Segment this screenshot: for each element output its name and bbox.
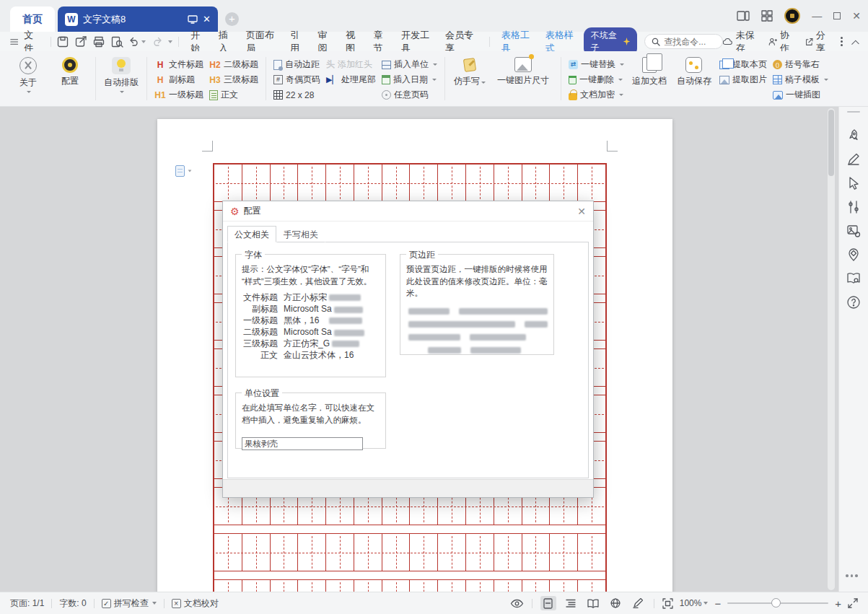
tab-official-doc[interactable]: 公文相关: [227, 226, 276, 242]
h1-style-button[interactable]: H1一级标题: [152, 88, 206, 102]
search-input[interactable]: [664, 37, 716, 47]
about-button[interactable]: 关于: [7, 55, 49, 93]
h2-style-button[interactable]: H2二级标题: [206, 58, 261, 71]
collapse-ribbon-icon[interactable]: [851, 40, 859, 47]
draft-template-button[interactable]: 稿子模板: [770, 73, 831, 87]
autosave-button[interactable]: 自动保存: [672, 55, 716, 87]
odd-even-page-button[interactable]: #奇偶页码: [271, 73, 323, 87]
encrypt-doc-button[interactable]: 文档加密: [566, 88, 627, 102]
image-tools-icon[interactable]: [846, 224, 861, 238]
view-web-mode[interactable]: [608, 596, 623, 610]
undo-icon: [129, 37, 140, 46]
one-key-replace-button[interactable]: ⇄一键替换: [566, 58, 627, 71]
auto-layout-button[interactable]: 自动排版: [100, 55, 142, 93]
doc-title-style-button[interactable]: H文件标题: [152, 58, 206, 71]
book-search-icon[interactable]: [846, 271, 861, 286]
print-preview-icon[interactable]: [111, 36, 123, 48]
print-icon[interactable]: [93, 36, 105, 48]
insert-date-button[interactable]: 插入日期: [379, 73, 440, 87]
dialog-titlebar[interactable]: ⚙ 配置 ✕: [223, 201, 593, 222]
body-text-icon: [209, 90, 218, 100]
autosave-icon: [685, 57, 702, 73]
view-write-mode[interactable]: [630, 596, 646, 610]
append-doc-button[interactable]: 追加文档: [627, 55, 672, 87]
grid-size-label: 22 x 28: [286, 90, 314, 100]
image-size-button[interactable]: 一键图片尺寸: [490, 55, 556, 87]
handwriting-button[interactable]: 仿手写: [450, 55, 490, 87]
h3-style-button[interactable]: H3三级标题: [206, 73, 261, 87]
word-count[interactable]: 字数: 0: [59, 597, 86, 610]
font-row-value: Microsoft Sa: [284, 327, 364, 337]
table-widget-caret-icon: [188, 170, 192, 172]
eye-protect-icon[interactable]: [510, 599, 524, 608]
close-window-button[interactable]: ✕: [852, 11, 861, 21]
cast-icon[interactable]: [188, 15, 198, 24]
bracket-right-button[interactable]: ()括号靠右: [770, 58, 831, 71]
zoom-out-button[interactable]: −: [714, 598, 721, 609]
promo-pin-icon[interactable]: [846, 247, 861, 262]
apps-grid-icon[interactable]: [761, 10, 773, 22]
fit-page-icon[interactable]: [662, 598, 673, 609]
insert-unit-button[interactable]: 插入单位: [379, 58, 440, 71]
doc-proof-toggle[interactable]: × 文档校对: [172, 597, 219, 610]
zoom-in-button[interactable]: +: [835, 598, 841, 609]
unit-name-input[interactable]: [242, 437, 363, 450]
zoom-level[interactable]: 100%: [680, 598, 709, 608]
fullscreen-icon[interactable]: [848, 598, 858, 608]
scrollbar-thumb[interactable]: [828, 110, 834, 176]
vertical-scrollbar[interactable]: [828, 108, 835, 590]
extract-images-button[interactable]: 提取图片: [716, 73, 770, 87]
any-page-number-button[interactable]: 任意页码: [379, 88, 440, 102]
toolbar-more-caret[interactable]: [168, 40, 172, 43]
zoom-slider[interactable]: [727, 602, 828, 604]
adjust-sliders-icon[interactable]: [846, 200, 861, 214]
margin-mark-right: [607, 141, 618, 152]
sidebar-handle[interactable]: [847, 111, 860, 113]
spell-check-label: 拼写检查: [114, 597, 149, 610]
plugin-label: 不坑盒子: [591, 30, 621, 54]
tab-handwriting[interactable]: 手写相关: [276, 226, 325, 242]
split-layout-icon[interactable]: [737, 11, 750, 21]
avatar[interactable]: [784, 8, 800, 24]
view-outline-mode[interactable]: [563, 596, 579, 610]
extract-page-button[interactable]: 提取本页: [716, 58, 770, 71]
undo-button[interactable]: [129, 37, 146, 46]
close-tab-icon[interactable]: ✕: [203, 14, 211, 25]
table-widget-button[interactable]: [175, 165, 192, 177]
rocket-icon[interactable]: [846, 128, 861, 143]
help-icon[interactable]: [846, 295, 861, 310]
minimize-button[interactable]: —: [812, 11, 822, 21]
sidebar-more-icon[interactable]: [846, 574, 858, 577]
config-button[interactable]: 配置: [49, 55, 91, 87]
signature-pen-icon[interactable]: [846, 152, 861, 167]
save-icon[interactable]: [57, 36, 69, 48]
any-page-icon: [382, 90, 391, 100]
tab-official-doc-label: 公文相关: [234, 229, 269, 240]
command-search[interactable]: [644, 34, 723, 49]
zoom-slider-knob[interactable]: [771, 598, 781, 608]
tab-handwriting-label: 手写相关: [284, 229, 318, 240]
dialog-close-icon[interactable]: ✕: [577, 206, 586, 217]
process-tail-button[interactable]: ▶▏处理尾部: [323, 73, 379, 87]
cursor-select-icon[interactable]: [846, 176, 861, 190]
font-legend: 字体: [242, 249, 265, 261]
grid-size-button[interactable]: 22 x 28: [271, 88, 323, 102]
more-menu-icon[interactable]: [841, 37, 843, 46]
one-key-delete-button[interactable]: 一键删除: [566, 73, 627, 87]
subtitle-style-button[interactable]: H副标题: [152, 73, 206, 87]
new-tab-button[interactable]: +: [225, 12, 239, 26]
view-read-mode[interactable]: [585, 596, 601, 610]
export-icon[interactable]: [75, 36, 87, 48]
insert-date-caret-icon: [432, 79, 437, 81]
insert-picture-button[interactable]: 一键插图: [770, 88, 831, 102]
maximize-button[interactable]: [833, 12, 841, 19]
menubar: 文件 开始 插入 页面布局 引用 审阅 视图 章节 开发工具 会员专享 表格工具…: [0, 32, 868, 51]
extract-images-icon: [719, 76, 729, 84]
auto-margin-button[interactable]: 自动边距: [271, 58, 323, 71]
gear-icon: ⚙: [230, 206, 240, 216]
red-head-icon: 头: [326, 58, 335, 71]
spell-check-toggle[interactable]: ✓ 拼写检查: [102, 597, 157, 610]
h-orange-icon: H: [154, 75, 166, 85]
body-style-button[interactable]: 正文: [206, 88, 261, 102]
view-page-mode[interactable]: [540, 596, 556, 610]
